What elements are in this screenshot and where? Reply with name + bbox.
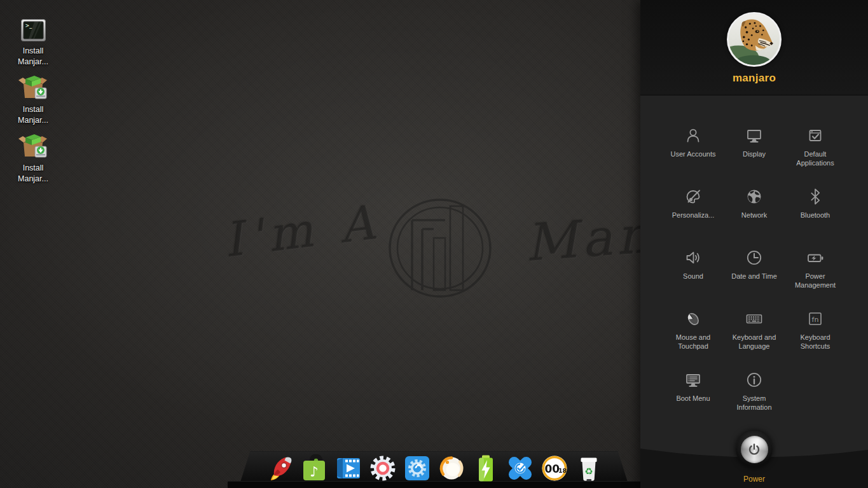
desktop-icon-label: Install Manjar... <box>6 46 60 67</box>
network-icon <box>745 187 764 206</box>
power-icon <box>748 443 761 456</box>
settings-item-keyboard-shortcuts[interactable]: fn Keyboard Shortcuts <box>785 309 846 370</box>
leopard-avatar-image <box>729 14 780 65</box>
svg-text:♪: ♪ <box>310 464 319 480</box>
desktop-screen: I'm A Manja <box>0 0 868 488</box>
system-information-icon <box>745 370 764 389</box>
desktop-icon-label: Install Manjar... <box>6 163 60 185</box>
desktop-icon-install-manjaro-terminal[interactable]: >_ Install Manjar... <box>6 14 60 70</box>
svg-text:fn: fn <box>812 316 819 324</box>
package-installer-icon <box>18 131 48 160</box>
settings-item-display[interactable]: Display <box>724 126 785 187</box>
settings-item-network[interactable]: Network <box>724 187 785 248</box>
default-applications-icon <box>806 126 825 145</box>
mouse-and-touchpad-icon <box>684 309 703 328</box>
power-manager-battery-icon[interactable] <box>472 454 500 482</box>
power-button-face <box>741 436 768 463</box>
power-label: Power <box>743 475 765 484</box>
display-icon <box>745 126 764 145</box>
desktop-icon-install-manjaro-package-2[interactable]: Install Manjar... <box>6 131 60 187</box>
settings-item-power-management[interactable]: Power Management <box>785 248 846 309</box>
package-installer-icon <box>18 73 48 102</box>
settings-item-bluetooth[interactable]: Bluetooth <box>785 187 846 248</box>
svg-text:>_: >_ <box>25 23 32 29</box>
settings-grid: User Accounts Display <box>640 95 868 431</box>
wallpaper-script-left: I'm A <box>221 194 383 267</box>
svg-text:♻: ♻ <box>584 466 593 477</box>
bluetooth-icon <box>806 187 825 206</box>
power-management-icon <box>806 248 825 267</box>
desktop-icon-list: >_ Install Manjar... <box>6 14 60 190</box>
settings-item-default-applications[interactable]: Default Applications <box>785 126 846 187</box>
software-center-icon[interactable] <box>506 454 534 482</box>
personalization-icon <box>684 187 703 206</box>
manjaro-settings-manager-icon[interactable] <box>403 454 431 482</box>
desktop-icon-install-manjaro-package[interactable]: Install Manjar... <box>6 73 60 129</box>
timer-stopwatch-icon[interactable]: 00 18 <box>541 454 568 482</box>
volume-dial-icon[interactable] <box>437 454 465 482</box>
dock-items: ♪ <box>266 454 603 482</box>
settings-item-personalization[interactable]: Personaliza... <box>663 187 724 248</box>
settings-panel: manjaro User Accounts <box>640 0 868 488</box>
terminal-installer-icon: >_ <box>20 14 46 43</box>
video-player-icon[interactable] <box>334 454 362 482</box>
power-button[interactable] <box>736 431 773 468</box>
keyboard-shortcuts-icon: fn <box>806 309 825 328</box>
settings-item-keyboard-and-language[interactable]: Keyboard and Language <box>724 309 785 370</box>
sound-icon <box>684 248 703 267</box>
music-player-icon[interactable]: ♪ <box>300 454 328 482</box>
svg-text:18: 18 <box>558 467 567 474</box>
user-accounts-icon <box>684 126 703 145</box>
user-avatar[interactable] <box>727 12 782 67</box>
app-launcher-rocket-icon[interactable] <box>266 454 294 482</box>
settings-item-user-accounts[interactable]: User Accounts <box>663 126 724 187</box>
manjaro-emblem-watermark <box>382 191 499 305</box>
settings-item-mouse-and-touchpad[interactable]: Mouse and Touchpad <box>663 309 724 370</box>
username: manjaro <box>640 72 868 85</box>
settings-item-sound[interactable]: Sound <box>663 248 724 309</box>
boot-menu-icon <box>684 370 703 389</box>
keyboard-and-language-icon <box>745 309 764 328</box>
panel-header: manjaro <box>640 0 868 95</box>
power-section: Power <box>640 431 868 484</box>
settings-gear-icon[interactable] <box>369 454 397 482</box>
trash-icon[interactable]: ♻ <box>575 454 603 482</box>
settings-item-date-and-time[interactable]: Date and Time <box>724 248 785 309</box>
desktop-icon-label: Install Manjar... <box>6 104 60 126</box>
date-and-time-icon <box>745 248 764 267</box>
dock: ♪ <box>237 445 632 488</box>
svg-text:00: 00 <box>544 463 560 475</box>
